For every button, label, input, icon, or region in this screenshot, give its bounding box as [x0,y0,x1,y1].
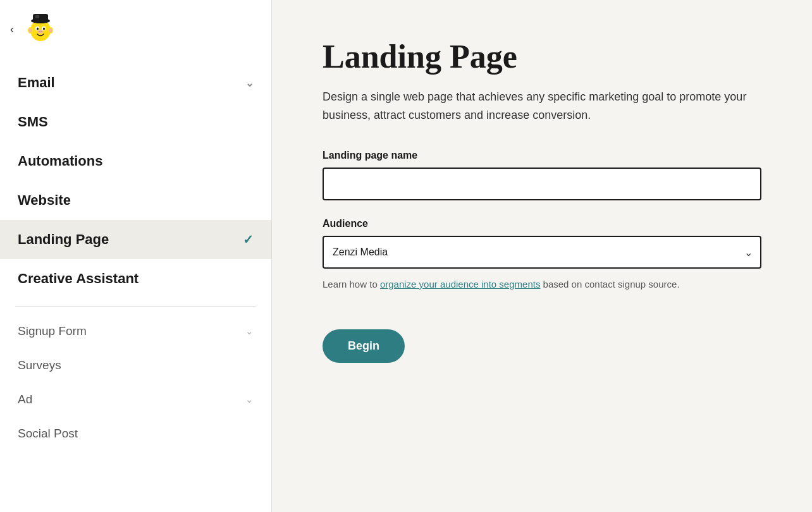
mailchimp-logo[interactable] [23,11,58,47]
audience-hint-suffix: based on contact signup source. [540,279,679,290]
audience-hint-prefix: Learn how to [323,279,380,290]
page-description: Design a single web page that achieves a… [323,88,761,125]
audience-select-wrapper: Zenzi Media ⌄ [323,236,761,269]
sidebar-item-website[interactable]: Website [0,181,271,220]
email-chevron-icon: ⌄ [245,77,254,89]
main-content: Landing Page Design a single web page th… [272,0,812,512]
sidebar-item-social-post[interactable]: Social Post [0,417,271,451]
ad-chevron-icon: ⌄ [245,394,254,405]
signup-form-chevron-icon: ⌄ [245,326,254,337]
audience-hint-link[interactable]: organize your audience into segments [380,279,541,290]
sidebar-item-sms-label: SMS [18,114,48,130]
sidebar-item-signup-form[interactable]: Signup Form ⌄ [0,314,271,348]
landing-page-name-label: Landing page name [323,150,761,161]
landing-page-name-group: Landing page name [323,150,761,200]
sidebar-item-creative-assistant-label: Creative Assistant [18,271,138,287]
audience-group: Audience Zenzi Media ⌄ Learn how to orga… [323,218,761,292]
sidebar-nav: Email ⌄ SMS Automations Website Landing … [0,58,271,456]
sidebar-item-surveys[interactable]: Surveys [0,348,271,382]
sidebar-divider [15,306,256,307]
svg-point-9 [43,28,45,30]
sidebar-header: ‹ [0,0,271,58]
sidebar-item-website-label: Website [18,192,71,209]
sidebar-item-creative-assistant[interactable]: Creative Assistant [0,259,271,298]
svg-rect-15 [35,15,39,18]
svg-point-11 [39,31,40,32]
sidebar-item-ad[interactable]: Ad ⌄ [0,382,271,417]
svg-point-10 [38,30,43,34]
sidebar-item-automations[interactable]: Automations [0,142,271,181]
page-title: Landing Page [323,38,761,75]
landing-page-name-input[interactable] [323,168,761,200]
begin-button[interactable]: Begin [323,329,405,363]
audience-label: Audience [323,218,761,229]
sidebar: ‹ [0,0,272,512]
audience-select[interactable]: Zenzi Media [323,236,761,269]
sidebar-item-ad-label: Ad [18,393,32,406]
sidebar-item-email[interactable]: Email ⌄ [0,63,271,102]
svg-point-4 [29,28,32,33]
sidebar-item-signup-form-label: Signup Form [18,324,87,338]
back-arrow[interactable]: ‹ [10,23,14,36]
sidebar-item-landing-page-label: Landing Page [18,231,109,248]
svg-point-5 [49,28,52,33]
svg-point-12 [40,31,42,32]
sidebar-item-sms[interactable]: SMS [0,102,271,142]
sidebar-item-social-post-label: Social Post [18,427,78,441]
sidebar-item-landing-page[interactable]: Landing Page ✓ [0,220,271,259]
sidebar-item-email-label: Email [18,75,55,91]
landing-page-checkmark-icon: ✓ [243,232,254,247]
sidebar-item-surveys-label: Surveys [18,358,61,372]
audience-hint: Learn how to organize your audience into… [323,277,761,292]
sidebar-item-automations-label: Automations [18,153,102,169]
svg-rect-14 [33,14,48,22]
svg-point-8 [37,28,39,30]
